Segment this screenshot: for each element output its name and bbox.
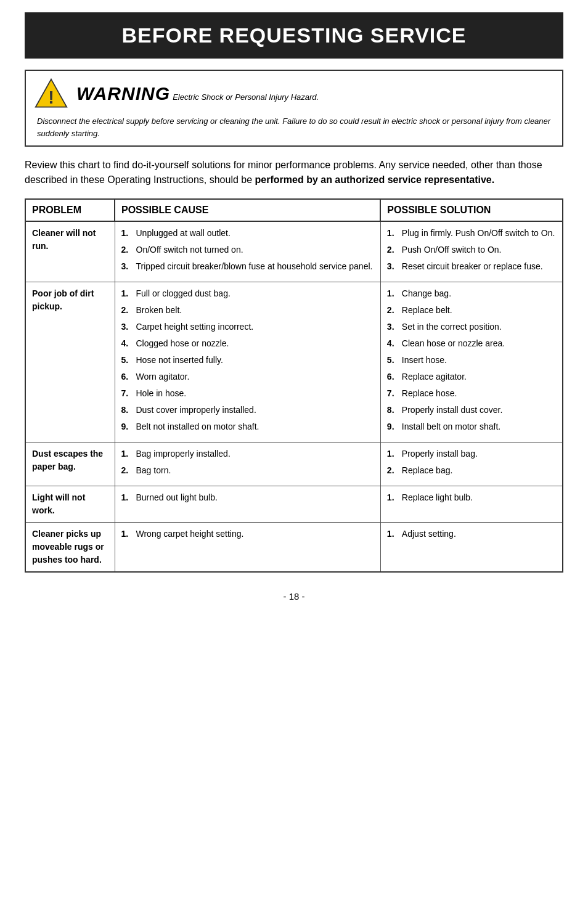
col-header-cause: POSSIBLE CAUSE [115, 199, 380, 221]
solution-item: 1.Plug in firmly. Push On/Off switch to … [387, 227, 556, 240]
cause-item: 1.Unplugged at wall outlet. [121, 227, 374, 240]
cause-item: 7.Hole in hose. [121, 387, 374, 400]
cause-item: 5.Hose not inserted fully. [121, 354, 374, 367]
solution-item: 1.Properly install bag. [387, 447, 556, 460]
problem-cell: Dust escapes the paper bag. [25, 443, 115, 486]
solution-item: 6.Replace agitator. [387, 370, 556, 383]
problem-cell: Poor job of dirt pickup. [25, 282, 115, 443]
table-row: Light will not work.1.Burned out light b… [25, 486, 563, 523]
solution-item: 2.Push On/Off switch to On. [387, 243, 556, 256]
cause-item: 1.Wrong carpet height setting. [121, 528, 374, 541]
solution-cell: 1.Adjust setting. [380, 523, 563, 573]
cause-item: 3.Tripped circuit breaker/blown fuse at … [121, 260, 374, 273]
cause-item: 1.Burned out light bulb. [121, 491, 374, 504]
solution-item: 8.Properly install dust cover. [387, 404, 556, 417]
warning-body: Disconnect the electrical supply before … [37, 115, 553, 139]
cause-item: 6.Worn agitator. [121, 370, 374, 383]
solution-item: 2.Replace belt. [387, 304, 556, 317]
solution-item: 3.Set in the correct position. [387, 320, 556, 333]
table-row: Dust escapes the paper bag.1.Bag imprope… [25, 443, 563, 486]
cause-item: 1.Bag improperly installed. [121, 447, 374, 460]
cause-cell: 1.Wrong carpet height setting. [115, 523, 380, 573]
cause-item: 3.Carpet height setting incorrect. [121, 320, 374, 333]
problem-cell: Cleaner will not run. [25, 221, 115, 282]
solution-item: 5.Insert hose. [387, 354, 556, 367]
solution-item: 7.Replace hose. [387, 387, 556, 400]
warning-subtitle: Electric Shock or Personal Injury Hazard… [173, 92, 319, 102]
page-title: BEFORE REQUESTING SERVICE [25, 12, 563, 59]
problem-cell: Light will not work. [25, 486, 115, 523]
cause-item: 2.Bag torn. [121, 464, 374, 477]
solution-cell: 1.Properly install bag.2.Replace bag. [380, 443, 563, 486]
solution-item: 3.Reset circuit breaker or replace fuse. [387, 260, 556, 273]
col-header-problem: PROBLEM [25, 199, 115, 221]
cause-item: 8.Dust cover improperly installed. [121, 404, 374, 417]
col-header-solution: POSSIBLE SOLUTION [380, 199, 563, 221]
table-row: Cleaner will not run.1.Unplugged at wall… [25, 221, 563, 282]
cause-item: 9.Belt not installed on motor shaft. [121, 420, 374, 433]
cause-item: 4.Clogged hose or nozzle. [121, 337, 374, 350]
solution-item: 1.Replace light bulb. [387, 491, 556, 504]
warning-box: ! WARNING Electric Shock or Personal Inj… [25, 70, 563, 147]
cause-cell: 1.Unplugged at wall outlet.2.On/Off swit… [115, 221, 380, 282]
solution-item: 2.Replace bag. [387, 464, 556, 477]
solution-item: 9.Install belt on motor shaft. [387, 420, 556, 433]
warning-title: WARNING [76, 83, 170, 104]
solution-item: 1.Change bag. [387, 287, 556, 300]
table-row: Cleaner picks up moveable rugs or pushes… [25, 523, 563, 573]
solution-cell: 1.Change bag.2.Replace belt.3.Set in the… [380, 282, 563, 443]
cause-cell: 1.Bag improperly installed.2.Bag torn. [115, 443, 380, 486]
cause-cell: 1.Burned out light bulb. [115, 486, 380, 523]
cause-cell: 1.Full or clogged dust bag.2.Broken belt… [115, 282, 380, 443]
cause-item: 2.Broken belt. [121, 304, 374, 317]
service-table: PROBLEM POSSIBLE CAUSE POSSIBLE SOLUTION… [25, 198, 563, 573]
cause-item: 2.On/Off switch not turned on. [121, 243, 374, 256]
problem-cell: Cleaner picks up moveable rugs or pushes… [25, 523, 115, 573]
solution-cell: 1.Plug in firmly. Push On/Off switch to … [380, 221, 563, 282]
solution-item: 1.Adjust setting. [387, 528, 556, 541]
page-footer: - 18 - [25, 591, 563, 602]
warning-triangle-icon: ! [35, 77, 68, 110]
intro-text: Review this chart to find do-it-yourself… [25, 158, 563, 187]
solution-item: 4.Clean hose or nozzle area. [387, 337, 556, 350]
solution-cell: 1.Replace light bulb. [380, 486, 563, 523]
table-row: Poor job of dirt pickup.1.Full or clogge… [25, 282, 563, 443]
cause-item: 1.Full or clogged dust bag. [121, 287, 374, 300]
svg-text:!: ! [48, 88, 54, 107]
